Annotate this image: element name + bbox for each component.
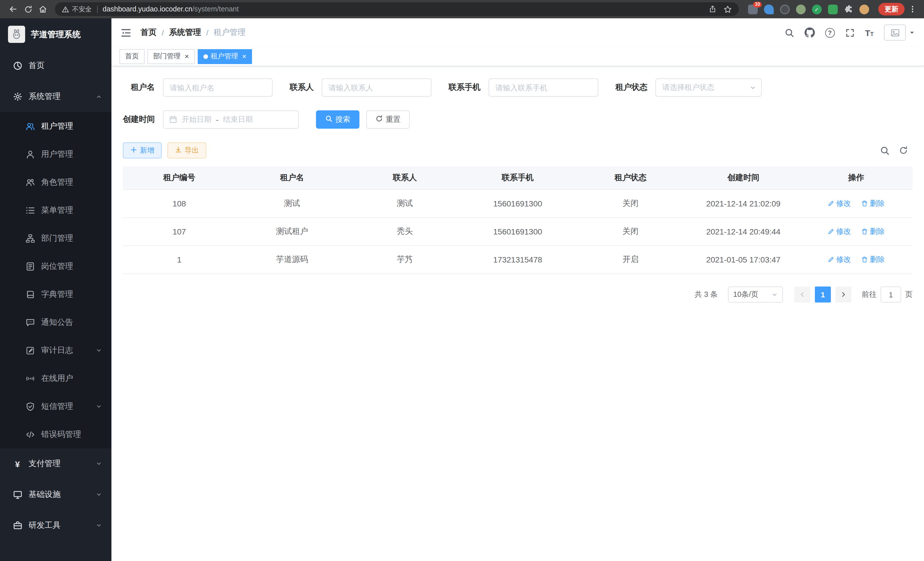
sidebar-item-payment[interactable]: ¥ 支付管理: [0, 448, 111, 479]
tag-home[interactable]: 首页: [119, 49, 145, 64]
cell-tenant-id: 107: [123, 218, 236, 246]
add-button[interactable]: 新增: [123, 142, 162, 158]
column-header: 租户状态: [574, 166, 687, 190]
sidebar-item-user[interactable]: 用户管理: [0, 140, 111, 168]
edit-button[interactable]: 修改: [828, 199, 851, 209]
mobile-input[interactable]: [489, 78, 598, 97]
edit-button[interactable]: 修改: [828, 226, 851, 237]
page-number-button[interactable]: 1: [815, 287, 831, 302]
breadcrumb: 首页 / 系统管理 / 租户管理: [141, 27, 246, 38]
sidebar-fold-icon[interactable]: [121, 27, 131, 38]
security-warning[interactable]: 不安全: [62, 5, 92, 14]
edit-icon: [828, 256, 835, 263]
sidebar-item-label: 租户管理: [41, 121, 73, 131]
tag-tenant[interactable]: 租户管理 ×: [197, 49, 252, 64]
github-icon[interactable]: [804, 27, 814, 38]
delete-button[interactable]: 删除: [861, 254, 885, 265]
url-path: /system/tenant: [192, 5, 239, 13]
sidebar-item-sms[interactable]: 短信管理: [0, 392, 111, 420]
toggle-search-icon[interactable]: [880, 146, 890, 155]
browser-back-icon[interactable]: [6, 2, 21, 17]
sidebar-item-dict[interactable]: 字典管理: [0, 280, 111, 308]
sidebar-menu: 首页 系统管理 租户管理: [0, 50, 111, 561]
sidebar-item-home[interactable]: 首页: [0, 50, 111, 81]
app-logo[interactable]: 芋道管理系统: [0, 18, 111, 50]
extension-icon-6[interactable]: [828, 4, 838, 14]
tag-dept[interactable]: 部门管理 ×: [147, 49, 195, 64]
export-button[interactable]: 导出: [167, 142, 206, 158]
browser-home-icon[interactable]: [35, 2, 50, 17]
status-select[interactable]: 请选择租户状态: [656, 78, 762, 97]
page-size-select[interactable]: 10条/页: [728, 287, 783, 302]
dev-tools-case-icon: [13, 521, 22, 530]
sidebar-item-role[interactable]: 角色管理: [0, 168, 111, 196]
next-page-button[interactable]: [836, 287, 851, 302]
trash-icon: [861, 256, 868, 263]
sidebar-item-dev-tools[interactable]: 研发工具: [0, 510, 111, 541]
plus-icon: [130, 146, 137, 155]
extensions-puzzle-icon[interactable]: [844, 5, 853, 14]
tenant-users-icon: [25, 121, 35, 131]
sidebar-item-notice[interactable]: 通知公告: [0, 308, 111, 336]
sidebar-item-infrastructure[interactable]: 基础设施: [0, 479, 111, 510]
address-bar[interactable]: 不安全 dashboard.yudao.iocoder.cn/system/te…: [55, 2, 739, 16]
prev-page-button[interactable]: [794, 287, 810, 302]
help-icon[interactable]: ?: [825, 28, 835, 38]
bookmark-star-icon[interactable]: [723, 5, 732, 14]
sidebar-item-error-code[interactable]: 错误码管理: [0, 420, 111, 448]
contact-input[interactable]: [322, 78, 431, 97]
chevron-down-icon: [95, 522, 102, 529]
filter-status: 租户状态 请选择租户状态: [615, 78, 762, 97]
tenant-name-input[interactable]: [163, 78, 273, 97]
edit-button[interactable]: 修改: [828, 254, 851, 265]
date-range-picker[interactable]: 开始日期 - 结束日期: [163, 110, 299, 129]
filter-mobile: 联系手机: [448, 78, 598, 97]
breadcrumb-system[interactable]: 系统管理: [169, 27, 201, 38]
delete-button[interactable]: 删除: [861, 226, 885, 237]
sidebar-item-system[interactable]: 系统管理: [0, 81, 111, 112]
chevron-down-icon: [750, 84, 756, 91]
sidebar-item-online-user[interactable]: 在线用户: [0, 364, 111, 392]
font-size-icon[interactable]: TT: [865, 28, 874, 38]
column-header: 租户名: [236, 166, 349, 190]
sidebar-item-audit-log[interactable]: 审计日志: [0, 336, 111, 364]
refresh-table-icon[interactable]: [899, 146, 908, 155]
sidebar-item-post[interactable]: 岗位管理: [0, 252, 111, 280]
breadcrumb-home[interactable]: 首页: [141, 27, 157, 38]
sidebar-item-label: 支付管理: [28, 459, 61, 469]
share-icon[interactable]: [709, 5, 717, 13]
extension-icon-5[interactable]: ✓: [812, 4, 822, 14]
filter-label: 租户状态: [615, 82, 647, 93]
extension-icon-3[interactable]: [780, 4, 790, 14]
sidebar-item-tenant[interactable]: 租户管理: [0, 112, 111, 140]
user-avatar[interactable]: [884, 25, 915, 41]
cell-tenant-id: 1: [123, 246, 236, 274]
browser-menu-icon[interactable]: [907, 5, 918, 14]
payment-yen-icon: ¥: [13, 459, 22, 469]
extension-icon-1[interactable]: 10: [748, 4, 758, 14]
reset-button[interactable]: 重置: [366, 110, 410, 129]
edit-icon: [828, 200, 835, 207]
sidebar-item-dept[interactable]: 部门管理: [0, 224, 111, 252]
breadcrumb-current: 租户管理: [214, 27, 246, 38]
browser-reload-icon[interactable]: [21, 2, 35, 17]
chevron-down-icon: [95, 347, 102, 354]
fullscreen-icon[interactable]: [845, 28, 855, 38]
browser-update-button[interactable]: 更新: [878, 3, 904, 15]
search-icon[interactable]: [784, 28, 794, 38]
profile-avatar-icon[interactable]: [860, 4, 869, 14]
filter-label: 联系人: [290, 82, 314, 93]
close-icon[interactable]: ×: [242, 53, 246, 60]
extension-icons: 10 ✓: [748, 4, 869, 14]
extension-icon-2[interactable]: [764, 4, 774, 14]
cell-created: 2021-01-05 17:03:47: [687, 246, 800, 274]
delete-button[interactable]: 删除: [861, 199, 885, 209]
extension-icon-4[interactable]: [796, 4, 806, 14]
tenant-table: 租户编号 租户名 联系人 联系手机 租户状态 创建时间 操作 108 测试: [123, 166, 913, 274]
cell-status: 关闭: [574, 190, 687, 218]
cell-status: 关闭: [574, 218, 687, 246]
close-icon[interactable]: ×: [184, 53, 189, 60]
search-button[interactable]: 搜索: [316, 110, 359, 129]
goto-page-input[interactable]: [880, 287, 901, 302]
sidebar-item-menu[interactable]: 菜单管理: [0, 196, 111, 224]
